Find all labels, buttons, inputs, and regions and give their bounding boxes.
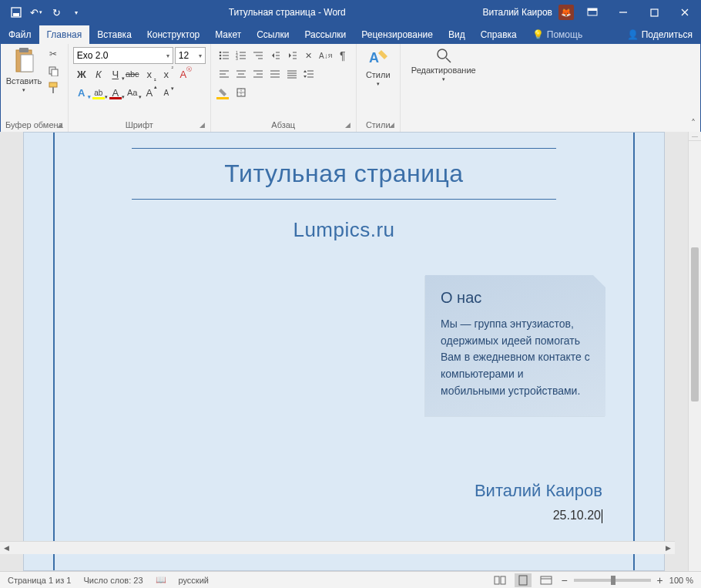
bold-button[interactable]: Ж — [73, 66, 90, 82]
zoom-level[interactable]: 100 % — [669, 576, 693, 585]
close-button[interactable] — [669, 1, 700, 24]
doc-date[interactable]: 25.10.20 — [553, 509, 602, 523]
vertical-scrollbar[interactable]: — — [688, 132, 701, 571]
numbering-button[interactable]: 123 — [233, 47, 250, 64]
tab-view[interactable]: Вид — [441, 25, 473, 44]
text-effects-button[interactable]: A▾ — [73, 84, 90, 101]
clipboard-dialog-launcher[interactable]: ◢ — [57, 121, 66, 130]
doc-title-text[interactable]: Титульная страница — [86, 149, 602, 199]
document-viewport[interactable]: Титульная страница Lumpics.ru О нас Мы —… — [0, 132, 688, 571]
font-size-combo[interactable]: 12▾ — [175, 47, 206, 64]
strikethrough-button[interactable]: abc — [124, 66, 141, 82]
font-name-combo[interactable]: Exo 2.0▾ — [73, 47, 173, 64]
font-color-button[interactable]: A▾ — [107, 84, 124, 101]
spellcheck-icon[interactable]: 📖 — [156, 575, 166, 585]
bullets-button[interactable] — [216, 47, 233, 64]
editing-button[interactable]: Редактирование ▾ — [405, 47, 482, 82]
quick-access-toolbar: ↶▾ ↻ ▾ — [1, 3, 92, 22]
zoom-in-button[interactable]: + — [657, 574, 663, 586]
maximize-button[interactable] — [639, 1, 669, 24]
zoom-slider[interactable] — [574, 579, 651, 582]
sort-button[interactable]: A↓Я — [317, 47, 334, 64]
align-right-button[interactable] — [250, 66, 267, 82]
undo-button[interactable]: ↶▾ — [27, 3, 45, 22]
status-words[interactable]: Число слов: 23 — [83, 576, 143, 585]
tell-me[interactable]: 💡Помощь — [525, 25, 590, 44]
about-heading[interactable]: О нас — [441, 289, 590, 307]
clipboard-icon — [12, 47, 36, 75]
tab-insert[interactable]: Вставка — [89, 25, 139, 44]
svg-rect-67 — [519, 576, 527, 585]
align-left-button[interactable] — [216, 66, 233, 82]
print-layout-button[interactable] — [515, 573, 532, 587]
styles-dialog-launcher[interactable]: ◢ — [389, 121, 398, 130]
multilevel-list-button[interactable] — [250, 47, 267, 64]
tab-references[interactable]: Ссылки — [249, 25, 297, 44]
zoom-out-button[interactable]: − — [561, 574, 567, 586]
grow-font-button[interactable]: A▴ — [141, 84, 158, 101]
scroll-right-arrow[interactable]: ▶ — [662, 544, 675, 552]
svg-marker-34 — [289, 53, 291, 58]
svg-rect-10 — [21, 55, 33, 72]
distributed-button[interactable] — [283, 66, 300, 82]
doc-subtitle[interactable]: Lumpics.ru — [86, 200, 602, 250]
subscript-button[interactable]: x₂ — [141, 66, 158, 82]
status-language[interactable]: русский — [179, 576, 209, 585]
user-avatar[interactable]: 🦊 — [558, 5, 574, 20]
scroll-thumb[interactable] — [691, 247, 699, 402]
tab-mailings[interactable]: Рассылки — [297, 25, 354, 44]
about-body[interactable]: Мы — группа энтузиастов, одержимых идеей… — [441, 316, 590, 399]
web-layout-button[interactable] — [538, 573, 555, 587]
superscript-button[interactable]: x² — [158, 66, 175, 82]
collapse-ribbon-button[interactable]: ˄ — [691, 118, 696, 129]
paragraph-dialog-launcher[interactable]: ◢ — [345, 121, 354, 130]
save-button[interactable] — [7, 3, 25, 22]
asian-layout-button[interactable]: ✕ — [300, 47, 317, 64]
ribbon-display-options[interactable] — [577, 1, 608, 24]
status-page[interactable]: Страница 1 из 1 — [8, 576, 71, 585]
format-painter-button[interactable] — [45, 81, 61, 95]
tab-help[interactable]: Справка — [473, 25, 525, 44]
clear-formatting-button[interactable]: Aⓧ — [175, 66, 192, 82]
document-page[interactable]: Титульная страница Lumpics.ru О нас Мы —… — [23, 132, 665, 571]
zoom-thumb[interactable] — [611, 576, 615, 585]
tab-design[interactable]: Конструктор — [139, 25, 207, 44]
scroll-left-arrow[interactable]: ◀ — [0, 544, 13, 552]
svg-rect-13 — [49, 82, 57, 87]
borders-button[interactable] — [233, 84, 250, 101]
show-marks-button[interactable]: ¶ — [334, 47, 351, 64]
paste-button[interactable]: Вставить ▾ — [5, 47, 42, 93]
minimize-button[interactable] — [608, 1, 639, 24]
group-font: Exo 2.0▾ 12▾ Ж К Ч▾ abc x₂ x² Aⓧ A▾ ab▾ … — [69, 44, 211, 132]
share-button[interactable]: 👤Поделиться — [619, 25, 700, 44]
change-case-button[interactable]: Aa▾ — [124, 84, 141, 101]
tab-layout[interactable]: Макет — [207, 25, 249, 44]
align-center-button[interactable] — [233, 66, 250, 82]
user-name[interactable]: Виталий Каиров — [482, 7, 552, 18]
font-dialog-launcher[interactable]: ◢ — [200, 121, 209, 130]
copy-button[interactable] — [45, 64, 61, 78]
window-controls — [577, 1, 700, 24]
italic-button[interactable]: К — [90, 66, 107, 82]
increase-indent-button[interactable] — [283, 47, 300, 64]
horizontal-scrollbar[interactable]: ◀ ▶ — [0, 541, 675, 554]
styles-button[interactable]: A Стили ▾ — [361, 47, 395, 87]
share-icon: 👤 — [627, 29, 639, 40]
about-box[interactable]: О нас Мы — группа энтузиастов, одержимых… — [425, 275, 605, 416]
underline-button[interactable]: Ч▾ — [107, 66, 124, 82]
read-mode-button[interactable] — [491, 573, 508, 587]
cut-button[interactable]: ✂ — [45, 47, 61, 61]
line-spacing-button[interactable] — [300, 66, 317, 82]
tab-file[interactable]: Файл — [1, 25, 39, 44]
tab-review[interactable]: Рецензирование — [354, 25, 441, 44]
redo-button[interactable]: ↻ — [47, 3, 65, 22]
qat-customize[interactable]: ▾ — [67, 3, 86, 22]
highlight-button[interactable]: ab▾ — [90, 84, 107, 101]
shrink-font-button[interactable]: A▾ — [158, 84, 175, 101]
tab-home[interactable]: Главная — [39, 25, 90, 44]
split-handle[interactable]: — — [689, 132, 701, 141]
justify-button[interactable] — [267, 66, 283, 82]
decrease-indent-button[interactable] — [267, 47, 283, 64]
doc-author[interactable]: Виталий Каиров — [475, 481, 602, 501]
shading-button[interactable] — [216, 84, 233, 101]
